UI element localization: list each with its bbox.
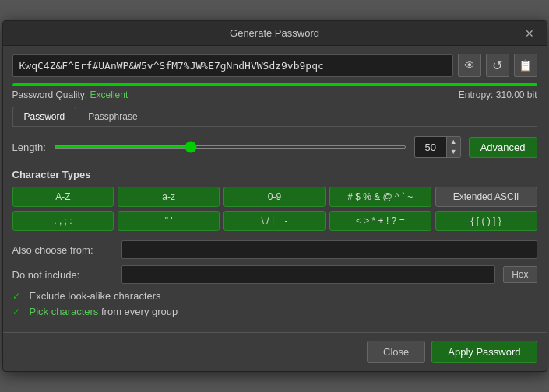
char-btn-slashes[interactable]: \ / | _ - [223, 211, 326, 231]
check-label-1: Exclude look-alike characters [30, 290, 161, 302]
char-buttons-row1: A-Z a-z 0-9 # $ % & @ ^ ` ~ Extended ASC… [12, 187, 537, 207]
spinner-down-button[interactable]: ▼ [446, 147, 460, 157]
close-dialog-button[interactable]: Close [367, 341, 425, 363]
char-btn-extended-ascii[interactable]: Extended ASCII [435, 187, 537, 207]
quality-label: Password Quality: Excellent [12, 89, 128, 100]
regenerate-button[interactable]: ↺ [486, 54, 509, 77]
eye-icon: 👁 [464, 59, 475, 72]
char-btn-az-upper[interactable]: A-Z [12, 187, 114, 207]
quality-bar-container [12, 83, 537, 86]
char-buttons-row2: . , ; : " ' \ / | _ - < > * + ! ? = { [ … [12, 211, 537, 231]
tab-passphrase[interactable]: Passphrase [76, 107, 149, 126]
length-input[interactable]: 50 [415, 137, 446, 157]
length-slider[interactable] [54, 145, 406, 149]
char-btn-quotes[interactable]: " ' [118, 211, 220, 231]
tab-password[interactable]: Password [12, 107, 77, 126]
checkboxes: ✓ Exclude look-alike characters ✓ Pick c… [12, 290, 537, 317]
generate-password-dialog: Generate Password ✕ 👁 ↺ 📋 Password Qu [2, 20, 547, 372]
also-choose-label: Also choose from: [12, 244, 114, 256]
dialog-content: 👁 ↺ 📋 Password Quality: Excellent Entrop… [3, 46, 547, 329]
close-icon-button[interactable]: ✕ [522, 28, 537, 39]
length-row: Length: 50 ▲ ▼ Advanced [12, 136, 537, 158]
char-btn-special1[interactable]: # $ % & @ ^ ` ~ [329, 187, 431, 207]
toggle-visibility-button[interactable]: 👁 [458, 54, 481, 77]
also-choose-input[interactable] [121, 240, 537, 259]
spinner-up-button[interactable]: ▲ [446, 137, 460, 147]
char-btn-math[interactable]: < > * + ! ? = [329, 211, 431, 231]
check-row-1: ✓ Exclude look-alike characters [12, 290, 537, 302]
hex-button[interactable]: Hex [503, 266, 537, 283]
quality-info: Password Quality: Excellent Entropy: 310… [12, 89, 537, 100]
check-icon-1: ✓ [12, 291, 23, 302]
char-btn-brackets[interactable]: { [ ( ) ] } [435, 211, 537, 231]
char-btn-09[interactable]: 0-9 [223, 187, 326, 207]
advanced-button[interactable]: Advanced [469, 137, 537, 158]
apply-password-button[interactable]: Apply Password [431, 341, 537, 363]
do-not-include-label: Do not include: [12, 269, 114, 281]
length-spinbox: 50 ▲ ▼ [414, 136, 461, 158]
refresh-icon: ↺ [492, 58, 502, 73]
copy-button[interactable]: 📋 [514, 54, 537, 77]
check-label-2: Pick characters from every group [30, 306, 178, 317]
spinner-buttons: ▲ ▼ [446, 137, 460, 157]
tab-bar: Password Passphrase [12, 107, 537, 127]
also-choose-row: Also choose from: [12, 240, 537, 259]
do-not-include-input[interactable] [121, 265, 496, 284]
quality-bar-fill [12, 83, 537, 86]
char-types-title: Character Types [12, 169, 537, 180]
char-btn-punctuation[interactable]: . , ; : [12, 211, 114, 231]
dialog-title: Generate Password [28, 27, 522, 39]
dialog-footer: Close Apply Password [3, 332, 547, 371]
password-input-row: 👁 ↺ 📋 [12, 54, 537, 77]
char-btn-az-lower[interactable]: a-z [118, 187, 220, 207]
quality-value: Excellent [90, 89, 128, 100]
check-icon-2: ✓ [12, 306, 23, 317]
do-not-include-row: Do not include: Hex [12, 265, 537, 284]
length-label: Length: [12, 142, 46, 153]
quality-bar-track [12, 83, 537, 86]
entropy-info: Entropy: 310.00 bit [459, 89, 537, 100]
clipboard-icon: 📋 [519, 59, 532, 72]
char-types-section: Character Types A-Z a-z 0-9 # $ % & @ ^ … [12, 169, 537, 231]
title-bar: Generate Password ✕ [3, 21, 547, 46]
check-row-2: ✓ Pick characters from every group [12, 306, 537, 317]
password-input[interactable] [12, 54, 453, 77]
